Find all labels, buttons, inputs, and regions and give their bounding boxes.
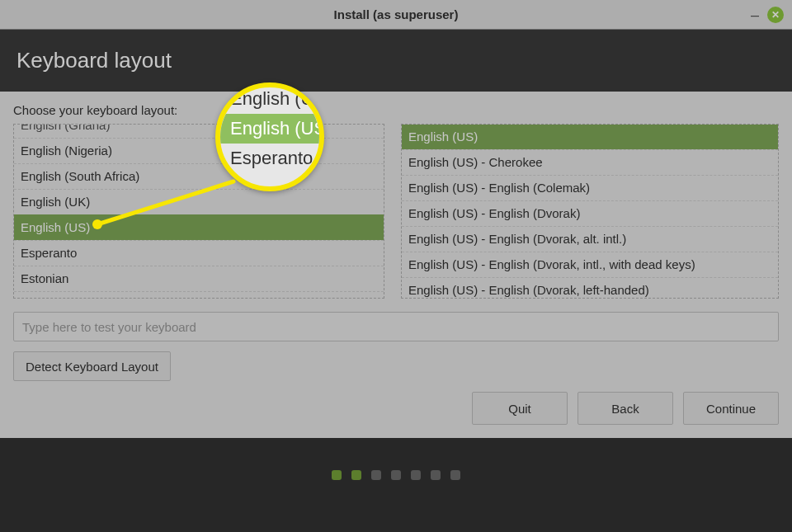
list-item[interactable]: English (US) - English (Dvorak) bbox=[402, 200, 778, 226]
content-area: Choose your keyboard layout: English (Gh… bbox=[0, 92, 792, 438]
step-dot bbox=[450, 470, 460, 480]
quit-button[interactable]: Quit bbox=[472, 392, 568, 425]
magnifier-line-selected: English (US) bbox=[220, 114, 319, 144]
list-item[interactable]: English (Ghana) bbox=[14, 124, 384, 138]
list-item[interactable]: English (UK) bbox=[14, 189, 384, 214]
list-item[interactable]: English (US) - English (Dvorak, intl., w… bbox=[402, 252, 778, 277]
magnifier-callout: English (UK) English (US) Esperanto bbox=[215, 82, 324, 191]
continue-button[interactable]: Continue bbox=[683, 392, 779, 425]
layout-variant-list[interactable]: English (US) English (US) - Cherokee Eng… bbox=[401, 124, 779, 299]
list-item[interactable]: English (Nigeria) bbox=[14, 138, 384, 163]
list-item[interactable]: Estonian bbox=[14, 266, 384, 291]
progress-footer bbox=[0, 438, 792, 512]
page-header: Keyboard layout bbox=[0, 30, 792, 92]
list-item[interactable]: English (US) - Cherokee bbox=[402, 149, 778, 175]
window-titlebar: Install (as superuser) – ✕ bbox=[0, 0, 792, 30]
back-button[interactable]: Back bbox=[578, 392, 673, 425]
step-dot bbox=[371, 470, 381, 480]
list-item[interactable]: English (US) - English (Dvorak, left-han… bbox=[402, 277, 778, 299]
list-item[interactable]: Faroese bbox=[14, 291, 384, 299]
keyboard-lists-row: English (Ghana) English (Nigeria) Englis… bbox=[13, 124, 779, 299]
minimize-icon[interactable]: – bbox=[751, 7, 759, 22]
window-title: Install (as superuser) bbox=[334, 7, 459, 21]
step-dot bbox=[332, 470, 342, 480]
window-controls: – ✕ bbox=[751, 0, 784, 30]
list-item[interactable]: English (US) - English (Dvorak, alt. int… bbox=[402, 226, 778, 252]
list-item[interactable]: English (US) - English (Colemak) bbox=[402, 175, 778, 200]
magnifier-line: Esperanto bbox=[220, 144, 319, 173]
list-item-selected[interactable]: English (US) bbox=[14, 214, 384, 240]
step-dot bbox=[431, 470, 441, 480]
wizard-nav-buttons: Quit Back Continue bbox=[472, 392, 779, 425]
chooser-label: Choose your keyboard layout: bbox=[13, 103, 779, 117]
step-dot bbox=[351, 470, 361, 480]
keyboard-test-input[interactable] bbox=[13, 312, 779, 341]
page-title: Keyboard layout bbox=[16, 48, 776, 73]
step-dot bbox=[411, 470, 421, 480]
list-item-selected[interactable]: English (US) bbox=[402, 125, 778, 149]
layout-language-list[interactable]: English (Ghana) English (Nigeria) Englis… bbox=[13, 124, 384, 299]
detect-keyboard-button[interactable]: Detect Keyboard Layout bbox=[13, 351, 171, 381]
list-item[interactable]: Esperanto bbox=[14, 240, 384, 266]
list-item[interactable]: English (South Africa) bbox=[14, 163, 384, 189]
close-icon[interactable]: ✕ bbox=[767, 7, 784, 23]
step-dot bbox=[391, 470, 401, 480]
